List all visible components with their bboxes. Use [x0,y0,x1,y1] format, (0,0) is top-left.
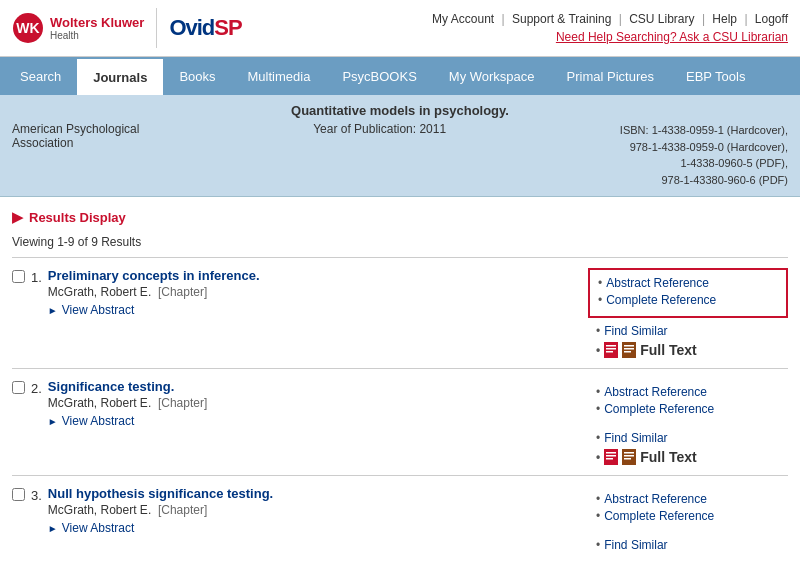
svg-rect-14 [622,449,636,465]
view-abstract-3[interactable]: ► View Abstract [48,521,580,535]
page-icon-2b [622,449,636,465]
results-display-icon: ▶ [12,209,23,225]
result-left-1: 1. Preliminary concepts in inference. Mc… [12,268,580,358]
support-link[interactable]: Support & Training [512,12,611,26]
result-title-1[interactable]: Preliminary concepts in inference. [48,268,580,283]
result-left-2: 2. Significance testing. McGrath, Robert… [12,379,580,465]
ref-links-plain-3: Abstract Reference Complete Reference [588,486,788,532]
nav-books[interactable]: Books [163,57,231,95]
csu-library-link[interactable]: CSU Library [629,12,694,26]
abstract-ref-link-1[interactable]: Abstract Reference [598,276,778,290]
find-similar-1[interactable]: Find Similar [588,324,788,338]
page-icon-1a [604,342,618,358]
nav-search[interactable]: Search [4,57,77,95]
results-display-header[interactable]: ▶ Results Display [12,203,788,231]
svg-rect-13 [606,458,613,460]
page-header: WK Wolters Kluwer Health OvidSP My Accou… [0,0,800,57]
complete-ref-link-1[interactable]: Complete Reference [598,293,778,307]
nav-journals[interactable]: Journals [77,57,163,95]
svg-rect-15 [624,452,634,454]
header-links: My Account | Support & Training | CSU Li… [432,12,788,44]
result-checkbox-2[interactable] [12,381,25,394]
svg-rect-11 [606,452,616,454]
result-right-3: Abstract Reference Complete Reference Fi… [588,486,788,556]
svg-rect-10 [604,449,618,465]
my-account-link[interactable]: My Account [432,12,494,26]
page-icon-1b [622,342,636,358]
view-abstract-arrow-1: ► [48,305,58,316]
result-number-1: 1. [31,270,42,285]
result-number-3: 3. [31,488,42,503]
svg-text:WK: WK [16,20,39,36]
view-abstract-arrow-3: ► [48,523,58,534]
abstract-ref-link-2[interactable]: Abstract Reference [596,385,780,399]
book-info-bar: Quantitative models in psychology. Ameri… [0,95,800,197]
result-right-1: Abstract Reference Complete Reference Fi… [588,268,788,358]
table-row: 3. Null hypothesis significance testing.… [12,475,788,566]
complete-ref-link-3[interactable]: Complete Reference [596,509,780,523]
find-similar-2[interactable]: Find Similar [588,431,788,445]
abstract-ref-link-3[interactable]: Abstract Reference [596,492,780,506]
header-divider [156,8,157,48]
book-isbn: ISBN: 1-4338-0959-1 (Hardcover), 978-1-4… [620,122,788,188]
full-text-row-1[interactable]: Full Text [588,342,788,358]
result-author-3: McGrath, Robert E. [Chapter] [48,503,580,517]
result-author-2: McGrath, Robert E. [Chapter] [48,396,580,410]
wolters-kluwer-logo: WK Wolters Kluwer Health [12,12,144,44]
table-row: 1. Preliminary concepts in inference. Mc… [12,257,788,368]
nav-ebp-tools[interactable]: EBP Tools [670,57,762,95]
find-similar-3[interactable]: Find Similar [588,538,788,552]
svg-rect-3 [606,345,616,347]
complete-ref-link-2[interactable]: Complete Reference [596,402,780,416]
svg-rect-2 [604,342,618,358]
result-left-3: 3. Null hypothesis significance testing.… [12,486,580,556]
book-meta-row: American Psychological Association Year … [12,122,788,188]
nav-primal-pictures[interactable]: Primal Pictures [551,57,670,95]
viewing-text: Viewing 1-9 of 9 Results [12,231,788,257]
full-text-icon-1 [604,342,636,358]
result-right-2: Abstract Reference Complete Reference Fi… [588,379,788,465]
table-row: 2. Significance testing. McGrath, Robert… [12,368,788,475]
svg-rect-6 [622,342,636,358]
svg-rect-5 [606,351,613,353]
top-nav-links: My Account | Support & Training | CSU Li… [432,12,788,26]
ovidsp-logo: OvidSP [169,15,241,41]
result-title-3[interactable]: Null hypothesis significance testing. [48,486,580,501]
view-abstract-arrow-2: ► [48,416,58,427]
nav-my-workspace[interactable]: My Workspace [433,57,551,95]
view-abstract-1[interactable]: ► View Abstract [48,303,580,317]
nav-multimedia[interactable]: Multimedia [232,57,327,95]
view-abstract-2[interactable]: ► View Abstract [48,414,580,428]
nav-psycbooks[interactable]: PsycBOOKS [326,57,432,95]
result-content-2: Significance testing. McGrath, Robert E.… [48,379,580,428]
main-navbar: Search Journals Books Multimedia PsycBOO… [0,57,800,95]
results-display-label: Results Display [29,210,126,225]
wk-text-block: Wolters Kluwer Health [50,15,144,42]
book-title: Quantitative models in psychology. [12,103,788,118]
logo-area: WK Wolters Kluwer Health OvidSP [12,8,242,48]
svg-rect-4 [606,348,616,350]
result-checkbox-1[interactable] [12,270,25,283]
help-link[interactable]: Help [712,12,737,26]
book-year: Year of Publication: 2011 [313,122,446,136]
ref-links-highlighted-1: Abstract Reference Complete Reference [588,268,788,318]
result-content-3: Null hypothesis significance testing. Mc… [48,486,580,535]
wk-icon: WK [12,12,44,44]
svg-rect-16 [624,455,634,457]
full-text-row-2[interactable]: Full Text [588,449,788,465]
full-text-label-1: Full Text [640,342,697,358]
logoff-link[interactable]: Logoff [755,12,788,26]
svg-rect-7 [624,345,634,347]
svg-rect-8 [624,348,634,350]
svg-rect-17 [624,458,631,460]
book-publisher: American Psychological Association [12,122,139,150]
result-checkbox-3[interactable] [12,488,25,501]
wk-name: Wolters Kluwer [50,15,144,31]
result-author-1: McGrath, Robert E. [Chapter] [48,285,580,299]
help-searching-link[interactable]: Need Help Searching? Ask a CSU Librarian [432,30,788,44]
svg-rect-9 [624,351,631,353]
result-title-2[interactable]: Significance testing. [48,379,580,394]
full-text-label-2: Full Text [640,449,697,465]
result-number-2: 2. [31,381,42,396]
svg-rect-12 [606,455,616,457]
